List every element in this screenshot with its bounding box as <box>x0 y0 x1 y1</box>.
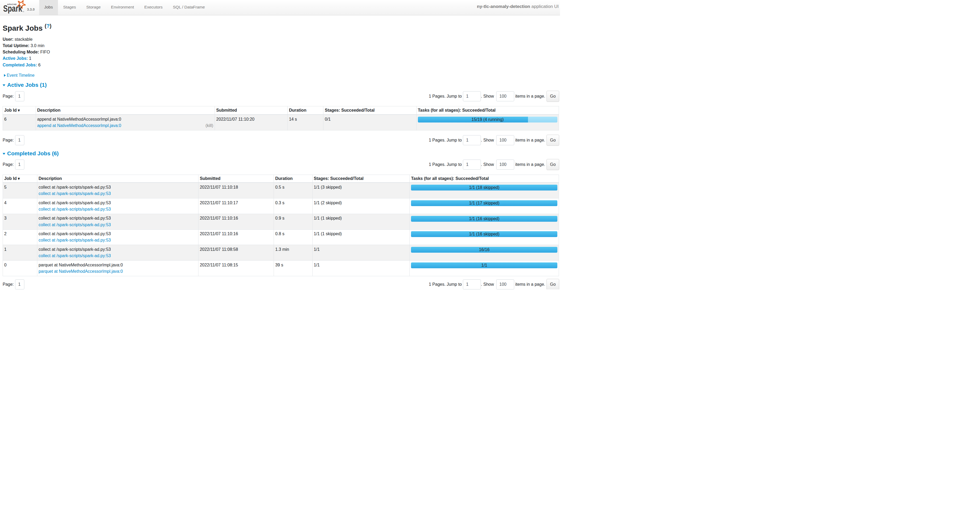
svg-text:Spark: Spark <box>3 3 22 13</box>
svg-text:TM: TM <box>22 11 24 13</box>
